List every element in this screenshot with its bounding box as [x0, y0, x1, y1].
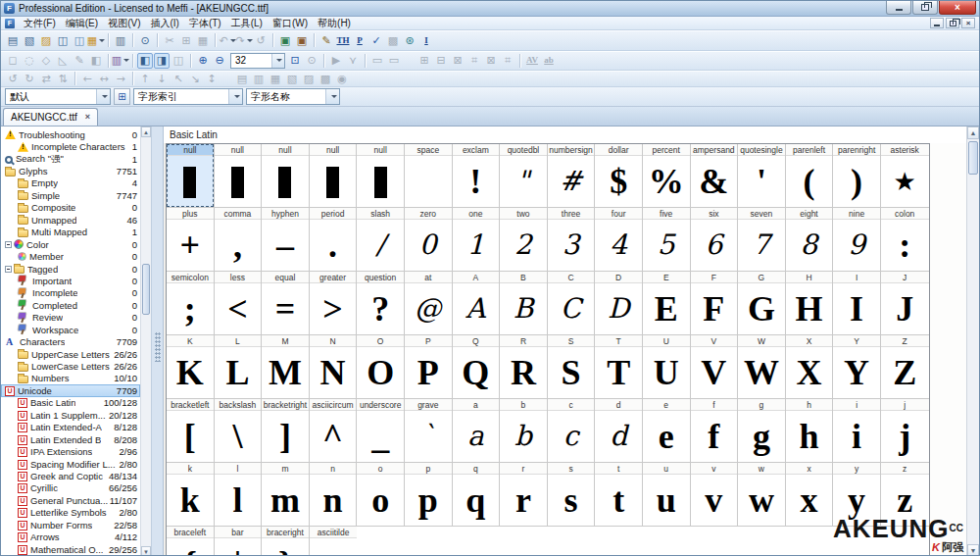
glyph-cell-s[interactable]: SS [548, 335, 596, 399]
glyph-cell-g[interactable]: GG [738, 272, 786, 335]
insert-characters-button[interactable]: ▣ [294, 32, 310, 48]
glyph-cell-at[interactable]: at@ [405, 272, 453, 335]
glyph-cell-w[interactable]: WW [738, 335, 786, 399]
preset-dropdown-button[interactable] [96, 89, 110, 104]
glyph-cell-y[interactable]: YY [833, 335, 881, 399]
tree-item-search[interactable]: Search "强"1 [1, 153, 140, 165]
tree-item-lowercase-letters[interactable]: LowerCase Letters26/26 [1, 360, 140, 372]
glyph-cell-h[interactable]: hh [786, 399, 834, 463]
menu-help[interactable]: 帮助(H) [313, 16, 356, 31]
glyph-cell-n[interactable]: nn [310, 463, 358, 527]
scroll-down-icon[interactable]: ▼ [141, 546, 151, 556]
tree-item-greek-and-coptic[interactable]: Greek and Coptic48/134 [1, 470, 140, 481]
glyph-cell-space[interactable]: space [405, 144, 453, 208]
scroll-up-icon[interactable]: ▲ [141, 126, 151, 137]
tab-close-icon[interactable]: × [85, 113, 90, 122]
show-points-toggle-button[interactable]: ◨ [154, 53, 170, 69]
glyph-cell-s[interactable]: ss [548, 463, 596, 527]
glyph-cell-underscore[interactable]: underscore_ [357, 399, 405, 463]
font-properties-button[interactable]: P [352, 32, 368, 48]
glyph-cell-f[interactable]: FF [691, 272, 739, 335]
tree-item-review[interactable]: Review0 [1, 312, 140, 324]
glyph-cell-comma[interactable]: comma, [215, 208, 263, 272]
validate-font-button[interactable]: ✓ [368, 32, 384, 48]
mdi-restore-button[interactable] [946, 18, 959, 28]
glyph-cell-greater[interactable]: greater> [310, 272, 358, 335]
glyph-cell-asterisk[interactable]: asterisk★ [881, 144, 929, 208]
grid-scrollbar[interactable]: ▲ ▼ [966, 126, 979, 556]
glyph-cell-less[interactable]: less< [215, 272, 263, 335]
tree-item-basic-latin[interactable]: Basic Latin100/128 [1, 397, 140, 409]
tree-item-member[interactable]: Member0 [1, 250, 140, 262]
minimize-button[interactable] [886, 1, 911, 15]
glyph-cell-exclam[interactable]: exclam! [453, 144, 501, 208]
glyph-cell-dollar[interactable]: dollar$ [595, 144, 643, 208]
tree-item-empty[interactable]: Empty4 [1, 177, 140, 189]
glyph-cell-h[interactable]: HH [786, 272, 834, 335]
glyph-cell-b[interactable]: BB [500, 272, 548, 335]
glyph-cell-parenright[interactable]: parenright) [833, 144, 881, 208]
fill-outlines-toggle-button[interactable]: ◧ [137, 53, 153, 69]
glyph-cell-two[interactable]: two2 [500, 208, 548, 272]
menu-edit[interactable]: 编辑(E) [61, 16, 103, 31]
restore-button[interactable] [912, 1, 938, 15]
glyph-cell-g[interactable]: gg [738, 399, 786, 463]
insert-glyphs-button[interactable]: ▣ [277, 32, 293, 48]
glyph-cell-m[interactable]: mm [262, 463, 310, 527]
preview-webfont-button[interactable]: ⊛ [402, 32, 417, 48]
glyph-cell-seven[interactable]: seven7 [738, 208, 786, 272]
glyph-cell-t[interactable]: tt [595, 463, 643, 527]
tree-item-latin-1-supplem[interactable]: Latin 1 Supplem...20/128 [1, 409, 140, 421]
glyph-cell-p[interactable]: pp [405, 463, 453, 527]
glyph-cell-u[interactable]: UU [643, 335, 691, 399]
mdi-close-button[interactable] [961, 18, 975, 28]
glyph-cell-e[interactable]: ee [643, 399, 691, 463]
glyph-cell-hyphen[interactable]: hyphen– [262, 208, 310, 272]
glyph-cell-v[interactable]: vv [691, 463, 739, 527]
tree-item-uppercase-letters[interactable]: UpperCase Letters26/26 [1, 348, 140, 360]
glyph-cell-n[interactable]: NN [310, 335, 358, 399]
menu-tools[interactable]: 工具(L) [226, 16, 268, 31]
view-toggle-button[interactable]: ⊞ [114, 88, 130, 105]
glyph-cell-backslash[interactable]: backslash\ [215, 399, 263, 463]
glyph-cell-nine[interactable]: nine9 [833, 208, 881, 272]
glyph-cell-bracketleft[interactable]: bracketleft[ [167, 399, 215, 463]
glyph-cell-q[interactable]: QQ [453, 335, 501, 399]
document-tab[interactable]: AKEUNGCC.ttf × [3, 108, 98, 126]
tree-item-numbers[interactable]: Numbers10/10 [1, 373, 140, 384]
glyph-cell-question[interactable]: question? [357, 272, 405, 335]
glyph-cell-one[interactable]: one1 [453, 208, 501, 272]
tree-item-completed[interactable]: Completed0 [1, 299, 140, 311]
tree-item-cyrillic[interactable]: Cyrillic66/256 [1, 482, 140, 494]
save-font-button[interactable]: ◫ [55, 32, 71, 48]
close-button[interactable] [939, 1, 976, 15]
tree-item-letterlike-symbols[interactable]: Letterlike Symbols2/80 [1, 507, 140, 519]
glyph-cell-null[interactable]: null [310, 144, 358, 208]
glyph-cell-parenleft[interactable]: parenleft( [786, 144, 834, 208]
glyph-cell-i[interactable]: ii [833, 399, 881, 463]
tree-item-mathematical-o[interactable]: Mathematical O...29/256 [1, 543, 140, 555]
sidebar-scrollbar-thumb[interactable] [142, 264, 150, 315]
tree-item-unicode[interactable]: Unicode7709 [1, 384, 140, 396]
glyph-cell-equal[interactable]: equal= [262, 272, 310, 335]
zoom-dropdown-button[interactable] [271, 54, 284, 68]
scroll-up-icon[interactable]: ▲ [967, 126, 979, 139]
tree-item-simple[interactable]: Simple7747 [1, 189, 140, 201]
glyph-cell-asciitilde[interactable]: asciitilde~ [310, 527, 358, 556]
glyph-cell-f[interactable]: ff [691, 399, 739, 463]
zoom-level-combo[interactable]: 32 [230, 53, 285, 69]
glyph-cell-period[interactable]: period. [310, 208, 358, 272]
zoom-in-button[interactable]: ⊕ [195, 53, 211, 69]
glyph-cell-bracketright[interactable]: bracketright] [262, 399, 310, 463]
collapse-icon[interactable] [5, 266, 12, 273]
glyph-cell-r[interactable]: rr [500, 463, 548, 527]
glyph-cell-null[interactable]: null [215, 144, 263, 208]
glyph-cell-q[interactable]: qq [453, 463, 501, 527]
glyph-cell-m[interactable]: MM [262, 335, 310, 399]
glyph-cell-ampersand[interactable]: ampersand& [691, 144, 739, 208]
glyph-cell-c[interactable]: cc [548, 399, 596, 463]
tree-item-troubleshooting[interactable]: Troubleshooting0 [1, 128, 140, 140]
new-from-template-button[interactable]: ▧ [22, 32, 37, 48]
glyph-cell-braceright[interactable]: braceright} [262, 527, 310, 556]
menu-view[interactable]: 视图(V) [103, 16, 145, 31]
